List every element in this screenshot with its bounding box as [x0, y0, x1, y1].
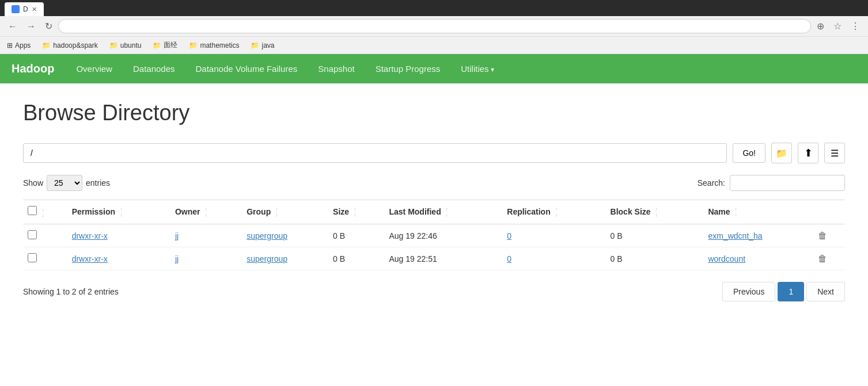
- list-icon: ☰: [831, 148, 839, 159]
- col-block-size[interactable]: Block Size ↑↓: [606, 200, 704, 224]
- menu-button[interactable]: ⋮: [847, 18, 863, 34]
- nav-item-snapshot[interactable]: Snapshot: [308, 56, 365, 82]
- bookmark-apps-label: Apps: [15, 41, 31, 49]
- sort-arrows-name: ↑↓: [735, 207, 738, 217]
- entries-select[interactable]: 10 25 50 100: [47, 175, 82, 191]
- row-block-size: 0 B: [606, 224, 704, 247]
- next-button[interactable]: Next: [806, 282, 845, 301]
- owner-link-1[interactable]: jj: [175, 254, 179, 263]
- row-delete-cell[interactable]: 🗑: [813, 247, 845, 270]
- row-block-size: 0 B: [606, 247, 704, 270]
- bookmark-math-label: mathemetics: [200, 41, 239, 49]
- sort-arrows-select: ↑↓: [41, 208, 44, 218]
- nav-item-datanodes[interactable]: Datanodes: [123, 56, 185, 82]
- row-checkbox-cell[interactable]: [23, 247, 67, 270]
- select-all-checkbox[interactable]: [28, 206, 37, 215]
- main-navbar: Hadoop Overview Datanodes Datanode Volum…: [0, 54, 868, 83]
- owner-link-0[interactable]: jj: [175, 231, 179, 240]
- back-button[interactable]: ←: [5, 19, 21, 34]
- table-header: ↑↓ Permission ↑↓ Owner ↑↓ Group ↑↓ Size …: [23, 200, 845, 224]
- table-row: drwxr-xr-x jj supergroup 0 B Aug 19 22:4…: [23, 224, 845, 247]
- tab-title: D: [23, 5, 28, 13]
- nav-link-startup[interactable]: Startup Progress: [365, 56, 451, 82]
- nav-item-utilities[interactable]: Utilities: [450, 56, 505, 82]
- address-bar[interactable]: localhost:9870/explorer.html#/: [58, 19, 811, 33]
- forward-button[interactable]: →: [23, 19, 39, 34]
- previous-button[interactable]: Previous: [722, 282, 775, 301]
- col-last-modified[interactable]: Last Modified ↑↓: [384, 200, 502, 224]
- col-owner[interactable]: Owner ↑↓: [170, 200, 242, 224]
- bookmark-math[interactable]: 📁 mathemetics: [187, 40, 241, 51]
- name-link-1[interactable]: wordcount: [708, 254, 745, 263]
- path-input[interactable]: /: [23, 143, 727, 163]
- name-link-0[interactable]: exm_wdcnt_ha: [708, 231, 762, 240]
- entries-label: entries: [86, 178, 110, 188]
- replication-link-1[interactable]: 0: [507, 254, 511, 263]
- folder-icon: 📁: [776, 148, 787, 159]
- col-owner-label: Owner: [175, 207, 200, 216]
- replication-link-0[interactable]: 0: [507, 231, 511, 240]
- sort-arrows-lastmod: ↑↓: [446, 207, 449, 217]
- folder-icon-5: 📁: [251, 41, 259, 49]
- bookmark-ubuntu[interactable]: 📁 ubuntu: [107, 40, 144, 51]
- page-1-button[interactable]: 1: [778, 282, 804, 301]
- folder-icon-3: 📁: [153, 41, 161, 49]
- reload-button[interactable]: ↻: [41, 18, 56, 34]
- bookmark-button[interactable]: ☆: [830, 18, 845, 34]
- nav-link-datanode-volume[interactable]: Datanode Volume Failures: [185, 56, 308, 82]
- folder-icon-2: 📁: [109, 41, 118, 49]
- row-checkbox-cell[interactable]: [23, 224, 67, 247]
- row-checkbox-0[interactable]: [28, 230, 37, 239]
- table-controls: Show 10 25 50 100 entries Search:: [23, 175, 845, 191]
- select-all-col[interactable]: ↑↓: [23, 200, 67, 224]
- col-group[interactable]: Group ↑↓: [242, 200, 328, 224]
- nav-link-overview[interactable]: Overview: [66, 56, 123, 82]
- search-input[interactable]: [730, 175, 845, 191]
- group-link-0[interactable]: supergroup: [247, 231, 287, 240]
- col-size[interactable]: Size ↑↓: [328, 200, 384, 224]
- folder-icon-1: 📁: [42, 41, 51, 49]
- row-size: 0 B: [328, 224, 384, 247]
- permission-link-0[interactable]: drwxr-xr-x: [72, 231, 108, 240]
- nav-link-snapshot[interactable]: Snapshot: [308, 56, 365, 82]
- bookmark-java[interactable]: 📁 java: [248, 40, 276, 51]
- bookmark-mianJing-label: 面经: [164, 40, 177, 50]
- go-button[interactable]: Go!: [733, 143, 765, 163]
- bookmark-hadoop[interactable]: 📁 hadoop&spark: [40, 40, 100, 51]
- sort-arrows-group: ↑↓: [275, 207, 278, 217]
- col-permission[interactable]: Permission ↑↓: [67, 200, 170, 224]
- bookmark-mianJing[interactable]: 📁 面经: [150, 39, 180, 51]
- table-row: drwxr-xr-x jj supergroup 0 B Aug 19 22:5…: [23, 247, 845, 270]
- active-tab[interactable]: D ✕: [5, 2, 44, 16]
- nav-item-overview[interactable]: Overview: [66, 56, 123, 82]
- permission-link-1[interactable]: drwxr-xr-x: [72, 254, 108, 263]
- upload-button[interactable]: ⬆: [798, 143, 818, 163]
- navbar-nav: Overview Datanodes Datanode Volume Failu…: [66, 56, 505, 82]
- bookmark-hadoop-label: hadoop&spark: [53, 41, 97, 49]
- tab-close-button[interactable]: ✕: [32, 6, 37, 13]
- zoom-button[interactable]: ⊕: [813, 18, 828, 34]
- col-name-label: Name: [708, 207, 730, 216]
- search-label: Search:: [698, 178, 725, 188]
- col-name[interactable]: Name ↑↓: [703, 200, 813, 224]
- col-actions: [813, 200, 845, 224]
- nav-item-datanode-volume[interactable]: Datanode Volume Failures: [185, 56, 308, 82]
- bookmark-apps[interactable]: ⊞ Apps: [5, 40, 33, 51]
- upload-icon: ⬆: [804, 147, 813, 159]
- navbar-brand[interactable]: Hadoop: [0, 54, 66, 83]
- nav-link-utilities[interactable]: Utilities: [450, 56, 505, 82]
- row-delete-cell[interactable]: 🗑: [813, 224, 845, 247]
- delete-icon-0[interactable]: 🗑: [818, 231, 827, 240]
- list-view-button[interactable]: ☰: [824, 143, 845, 163]
- col-replication[interactable]: Replication ↑↓: [502, 200, 605, 224]
- sort-arrows-owner: ↑↓: [204, 207, 207, 217]
- page-title: Browse Directory: [23, 101, 845, 125]
- delete-icon-1[interactable]: 🗑: [818, 254, 827, 263]
- nav-item-startup[interactable]: Startup Progress: [365, 56, 451, 82]
- row-checkbox-1[interactable]: [28, 253, 37, 262]
- group-link-1[interactable]: supergroup: [247, 254, 287, 263]
- tab-favicon: [12, 5, 20, 13]
- row-replication: 0: [502, 247, 605, 270]
- nav-link-datanodes[interactable]: Datanodes: [123, 56, 185, 82]
- folder-button[interactable]: 📁: [771, 143, 792, 163]
